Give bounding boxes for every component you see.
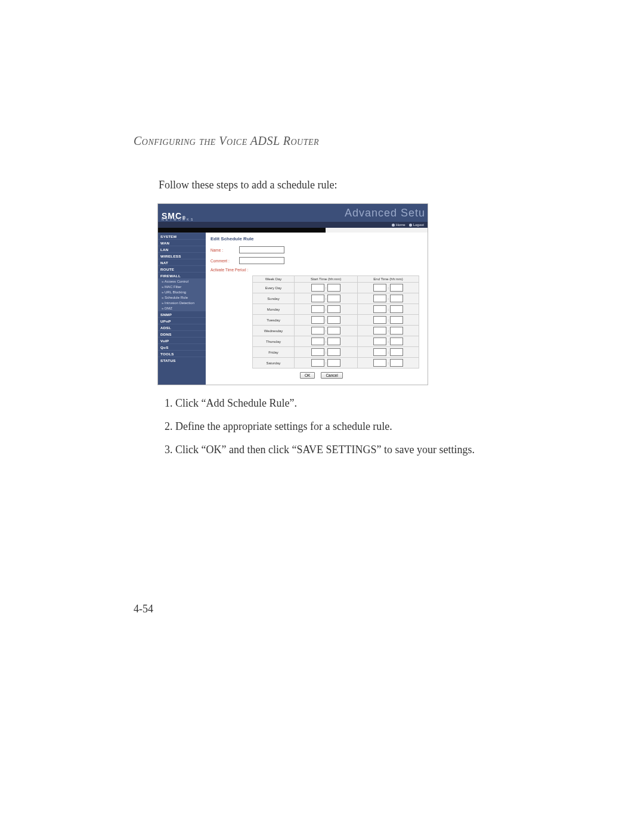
end-hh-input[interactable] (373, 359, 386, 367)
start-hh-input[interactable] (311, 295, 324, 302)
comment-label: Comment : (210, 259, 237, 263)
start-hh-input[interactable] (311, 359, 324, 367)
start-hh-input[interactable] (311, 305, 324, 313)
start-cell: : (295, 326, 358, 336)
sidebar-item-19[interactable]: TOOLS (158, 350, 206, 357)
end-cell: : (358, 293, 419, 304)
sidebar-item-3[interactable]: WIRELESS (158, 252, 206, 259)
day-cell: Thursday (253, 336, 295, 347)
table-row: Friday:: (253, 347, 419, 358)
end-mm-input[interactable] (390, 359, 403, 367)
sidebar-item-2[interactable]: LAN (158, 246, 206, 252)
table-row: Wednesday:: (253, 326, 419, 336)
step-3: Click “OK” and then click “SAVE SETTINGS… (175, 442, 525, 457)
end-cell: : (358, 358, 419, 368)
sidebar: SYSTEMWANLANWIRELESSNATROUTEFIREWALL» Ac… (158, 233, 206, 385)
page-mode-title: Advanced Setu (345, 207, 428, 219)
day-cell: Saturday (253, 358, 295, 368)
end-hh-input[interactable] (373, 348, 386, 356)
colon: : (388, 286, 389, 290)
page-number: 4-54 (134, 603, 153, 615)
ok-button[interactable]: OK (300, 372, 315, 379)
cancel-button[interactable]: Cancel (321, 372, 342, 379)
sidebar-item-0[interactable]: SYSTEM (158, 233, 206, 239)
colon: : (326, 286, 327, 290)
sidebar-item-17[interactable]: VoIP (158, 337, 206, 343)
day-cell: Every Day (253, 283, 295, 293)
colon: : (326, 329, 327, 333)
sidebar-item-20[interactable]: STATUS (158, 357, 206, 363)
colon: : (388, 308, 389, 311)
colon: : (388, 329, 389, 333)
activate-time-period-label: Activate Time Period : (210, 268, 423, 272)
end-cell: : (358, 304, 419, 315)
end-cell: : (358, 315, 419, 326)
content-title: Edit Schedule Rule (210, 236, 423, 241)
name-input[interactable] (239, 246, 284, 253)
sidebar-item-7[interactable]: » Access Control (158, 278, 206, 284)
sidebar-item-11[interactable]: » Intrusion Detection (158, 300, 206, 305)
sidebar-item-8[interactable]: » MAC Filter (158, 284, 206, 289)
day-cell: Monday (253, 304, 295, 315)
day-cell: Friday (253, 347, 295, 358)
sidebar-item-16[interactable]: DDNS (158, 330, 206, 337)
end-mm-input[interactable] (390, 316, 403, 324)
end-hh-input[interactable] (373, 316, 386, 324)
start-mm-input[interactable] (327, 327, 340, 335)
sidebar-item-15[interactable]: ADSL (158, 324, 206, 330)
start-mm-input[interactable] (327, 348, 340, 356)
step-2: Define the appropriate settings for a sc… (175, 419, 525, 434)
start-hh-input[interactable] (311, 316, 324, 324)
sidebar-item-13[interactable]: SNMP (158, 311, 206, 317)
end-cell: : (358, 326, 419, 336)
sidebar-item-9[interactable]: » URL Blocking (158, 289, 206, 295)
table-row: Tuesday:: (253, 315, 419, 326)
end-mm-input[interactable] (390, 284, 403, 292)
end-mm-input[interactable] (390, 305, 403, 313)
start-mm-input[interactable] (327, 316, 340, 324)
end-hh-input[interactable] (373, 327, 386, 335)
col-end: End Time (hh:mm) (358, 276, 419, 283)
comment-input[interactable] (239, 257, 284, 264)
start-mm-input[interactable] (327, 295, 340, 302)
logout-icon (409, 224, 412, 227)
sidebar-item-6[interactable]: FIREWALL (158, 272, 206, 278)
start-cell: : (295, 283, 358, 293)
step-1: Click “Add Schedule Rule”. (175, 396, 525, 411)
sidebar-item-10[interactable]: » Schedule Rule (158, 295, 206, 300)
start-mm-input[interactable] (327, 359, 340, 367)
sidebar-item-4[interactable]: NAT (158, 259, 206, 265)
logout-label: Logout (413, 223, 424, 227)
start-mm-input[interactable] (327, 337, 340, 345)
end-mm-input[interactable] (390, 295, 403, 302)
colon: : (326, 308, 327, 311)
start-cell: : (295, 293, 358, 304)
end-hh-input[interactable] (373, 284, 386, 292)
end-hh-input[interactable] (373, 295, 386, 302)
start-hh-input[interactable] (311, 327, 324, 335)
sidebar-item-18[interactable]: QoS (158, 343, 206, 350)
sidebar-item-1[interactable]: WAN (158, 239, 206, 246)
end-mm-input[interactable] (390, 327, 403, 335)
start-hh-input[interactable] (311, 348, 324, 356)
home-link[interactable]: Home (392, 223, 405, 227)
end-mm-input[interactable] (390, 337, 403, 345)
start-cell: : (295, 358, 358, 368)
end-hh-input[interactable] (373, 305, 386, 313)
end-hh-input[interactable] (373, 337, 386, 345)
end-mm-input[interactable] (390, 348, 403, 356)
logout-link[interactable]: Logout (409, 223, 424, 227)
sidebar-item-14[interactable]: UPnP (158, 317, 206, 324)
day-cell: Tuesday (253, 315, 295, 326)
colon: : (326, 351, 327, 354)
start-hh-input[interactable] (311, 337, 324, 345)
brand-subtext: N E T W O R K S (162, 218, 193, 221)
start-mm-input[interactable] (327, 305, 340, 313)
colon: : (326, 318, 327, 322)
sidebar-item-12[interactable]: » DMZ (158, 305, 206, 311)
router-ui-screenshot: SMC® N E T W O R K S Advanced Setu Home … (157, 203, 428, 385)
end-cell: : (358, 347, 419, 358)
sidebar-item-5[interactable]: ROUTE (158, 265, 206, 272)
start-mm-input[interactable] (327, 284, 340, 292)
start-hh-input[interactable] (311, 284, 324, 292)
